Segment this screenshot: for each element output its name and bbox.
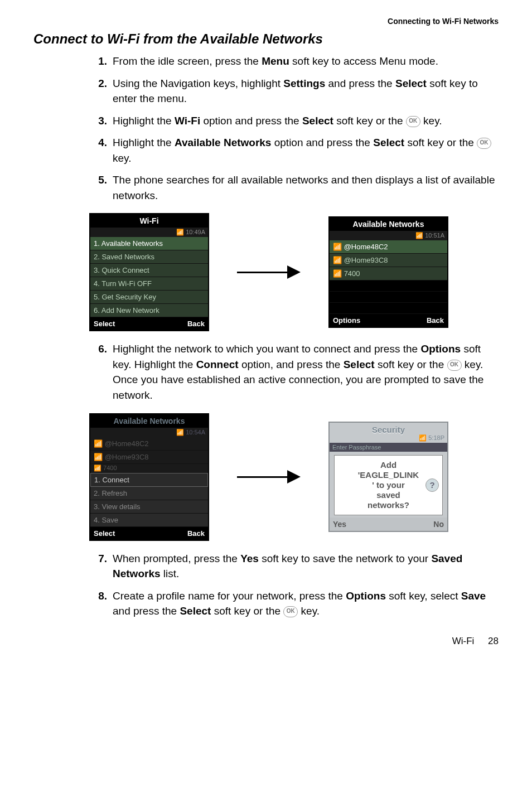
menu-item[interactable]: 5. Get Security Key [90, 291, 208, 304]
softkey-bar: Options Back [330, 314, 447, 327]
softkey-left[interactable]: Select [94, 320, 115, 328]
step-body: The phone searches for all available net… [113, 172, 499, 203]
step-4: 4. Highlight the Available Networks opti… [95, 135, 499, 166]
signal-icon: 📶 [94, 439, 103, 448]
available-networks-screen: Available Networks 📶 10:51A 📶 @Home48C2 … [328, 216, 448, 328]
step-number: 4. [95, 135, 113, 166]
network-name: @Home93C8 [344, 256, 388, 264]
text: soft key or the [375, 359, 447, 370]
options-menu-screen: Available Networks 📶 10:54A 📶 @Home48C2 … [89, 413, 209, 541]
signal-icon: 📶 [333, 243, 342, 251]
text: Using the Navigation keys, highlight [113, 78, 283, 89]
step-number: 6. [95, 341, 113, 403]
ok-key-icon: OK [283, 606, 298, 617]
step-body: Highlight the network to which you want … [113, 341, 499, 403]
option-item[interactable]: 2. Refresh [90, 487, 208, 500]
text: soft key or the [404, 137, 477, 148]
text: soft key or the [333, 115, 406, 127]
help-icon: ? [425, 478, 439, 492]
ok-key-icon: OK [477, 138, 491, 149]
step-body: Create a profile name for your network, … [113, 588, 499, 619]
bold-text: Options [346, 590, 386, 602]
time: 5:18P [428, 434, 444, 441]
signal-icon: 📶 [333, 256, 342, 264]
menu-item[interactable]: 2. Saved Networks [90, 250, 208, 264]
input-label: Enter Passphrase [330, 443, 447, 452]
dialog-line: Add [338, 460, 439, 470]
bold-text: Settings [283, 78, 325, 89]
screen-title: Security [330, 423, 447, 434]
step-body: From the idle screen, press the Menu sof… [113, 54, 499, 69]
menu-item[interactable]: 6. Add New Network [90, 304, 208, 317]
dialog-line: networks? [338, 500, 439, 510]
menu-item[interactable]: 1. Available Networks [90, 237, 208, 250]
bold-text: Select [344, 359, 375, 370]
status-bar: 📶 5:18P [330, 434, 447, 443]
text: soft key, select [386, 590, 461, 602]
step-number: 7. [95, 551, 113, 582]
bold-text: Select [373, 137, 404, 148]
step-3: 3. Highlight the Wi-Fi option and press … [95, 113, 499, 129]
arrow-icon [237, 265, 301, 279]
bold-text: Select [395, 78, 427, 89]
step-6: 6. Highlight the network to which you wa… [95, 341, 499, 403]
blank-row [330, 292, 447, 303]
status-bar: 📶 10:51A [330, 231, 447, 240]
confirmation-dialog: Add 'EAGLE_DLINK ' to your saved network… [334, 455, 443, 515]
text: soft key to access Menu mode. [289, 55, 438, 67]
step-number: 2. [95, 76, 113, 107]
softkey-left[interactable]: Options [333, 316, 360, 325]
softkey-right[interactable]: Back [427, 316, 444, 325]
network-name: 7400 [344, 269, 360, 278]
network-item-dim: 📶 @Home48C2 [90, 437, 208, 451]
status-bar: 📶 10:49A [90, 228, 208, 237]
bold-text: Menu [262, 55, 289, 67]
network-item-dim: 📶 @Home93C8 [90, 451, 208, 464]
step-8: 8. Create a profile name for your networ… [95, 588, 499, 619]
step-number: 3. [95, 113, 113, 129]
signal-icon: 📶 [333, 269, 342, 278]
ok-key-icon: OK [447, 360, 462, 371]
softkey-no[interactable]: No [433, 520, 444, 529]
option-item[interactable]: 3. View details [90, 500, 208, 514]
network-name: 7400 [103, 465, 117, 471]
softkey-right[interactable]: Back [187, 320, 205, 328]
text: When prompted, press the [113, 553, 240, 564]
softkey-left[interactable]: Select [94, 529, 115, 538]
step-2: 2. Using the Navigation keys, highlight … [95, 76, 499, 107]
text: Highlight the [113, 137, 175, 148]
text: soft key or the [211, 605, 283, 617]
text: key. [298, 605, 320, 617]
text: key. [420, 115, 442, 127]
text: key. [113, 152, 131, 164]
screenshot-row-2: Available Networks 📶 10:54A 📶 @Home48C2 … [89, 413, 499, 541]
bold-text: Wi-Fi [175, 115, 200, 127]
bold-text: Select [302, 115, 333, 127]
text: Create a profile name for your network, … [113, 590, 346, 602]
network-item[interactable]: 📶 7400 [330, 267, 447, 280]
time: 10:54A [186, 429, 205, 436]
header-section-title: Connecting to Wi-Fi Networks [33, 17, 499, 26]
network-item[interactable]: 📶 @Home93C8 [330, 254, 447, 267]
step-number: 1. [95, 54, 113, 69]
text: Highlight the network to which you want … [113, 343, 420, 355]
softkey-yes[interactable]: Yes [333, 520, 346, 529]
dialog-line: saved [338, 490, 439, 500]
text: soft key to save the network to your [259, 553, 431, 564]
menu-item[interactable]: 3. Quick Connect [90, 264, 208, 277]
option-item[interactable]: 1. Connect [90, 473, 208, 487]
softkey-right[interactable]: Back [187, 529, 205, 538]
step-number: 5. [95, 172, 113, 203]
step-body: Highlight the Available Networks option … [113, 135, 499, 166]
screen-title: Wi-Fi [90, 214, 208, 228]
footer-section: Wi-Fi [452, 636, 475, 646]
network-item[interactable]: 📶 @Home48C2 [330, 240, 447, 254]
step-number: 8. [95, 588, 113, 619]
menu-item[interactable]: 4. Turn Wi-Fi OFF [90, 277, 208, 291]
option-item[interactable]: 4. Save [90, 514, 208, 527]
bold-text: Select [180, 605, 211, 617]
text: option, and press the [239, 359, 344, 370]
bold-text: Options [420, 343, 461, 355]
text: and press the [325, 78, 395, 89]
section-title: Connect to Wi-Fi from the Available Netw… [33, 31, 499, 47]
